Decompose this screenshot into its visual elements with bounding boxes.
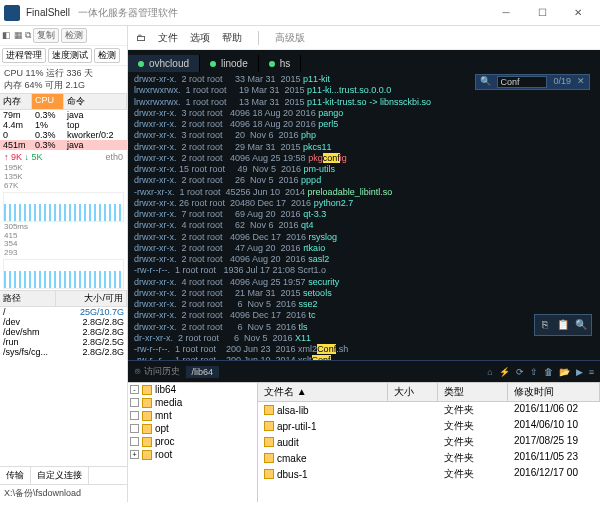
tree-node[interactable]: mnt bbox=[128, 409, 257, 422]
terminal-tabs: ovhcloud linode hs bbox=[128, 50, 600, 72]
file-row[interactable]: audit文件夹2017/08/25 19 bbox=[258, 434, 600, 450]
minimize-button[interactable]: ─ bbox=[488, 2, 524, 24]
folder-icon bbox=[142, 437, 152, 447]
ls-line: drwxr-xr-x. 15 root root 49 Nov 5 2016 p… bbox=[134, 164, 594, 175]
app-logo bbox=[4, 5, 20, 21]
ls-line: dr-xr-xr-x. 2 root root 6 Nov 5 2016 X11 bbox=[134, 333, 594, 344]
copy-button[interactable]: 复制 bbox=[33, 28, 59, 43]
folder-icon bbox=[264, 405, 274, 415]
find-count: 0/19 bbox=[553, 76, 571, 87]
tab-linode[interactable]: linode bbox=[200, 55, 259, 72]
ls-line: drwxr-xr-x. 2 root root 6 Nov 5 2016 tls bbox=[134, 322, 594, 333]
ls-line: drwxr-xr-x. 2 root root 4096 Aug 20 2016… bbox=[134, 254, 594, 265]
disk-row[interactable]: /dev/shm2.8G/2.8G bbox=[0, 327, 127, 337]
refresh-icon[interactable]: ⟳ bbox=[516, 367, 524, 377]
folder-icon bbox=[142, 411, 152, 421]
tab-ovhcloud[interactable]: ovhcloud bbox=[128, 55, 200, 72]
ls-line: -rw-r--r--. 1 root root 200 Jun 10 2014 … bbox=[134, 355, 594, 360]
folder-icon[interactable]: 🗀 bbox=[136, 32, 146, 43]
col-mem[interactable]: 内存 bbox=[0, 94, 32, 109]
disk-row[interactable]: /dev2.8G/2.8G bbox=[0, 317, 127, 327]
menu-icon[interactable]: ≡ bbox=[589, 367, 594, 377]
disk-row[interactable]: /sys/fs/cg...2.8G/2.8G bbox=[0, 347, 127, 357]
tree-node[interactable]: media bbox=[128, 396, 257, 409]
tab-process[interactable]: 进程管理 bbox=[2, 48, 46, 63]
app-subtitle: 一体化服务器管理软件 bbox=[78, 6, 488, 20]
ls-line: -rw-r--r--. 1 root root 1936 Jul 17 21:0… bbox=[134, 265, 594, 276]
file-row[interactable]: alsa-lib文件夹2016/11/06 02 bbox=[258, 402, 600, 418]
history-button[interactable]: ⊙ 访问历史 bbox=[134, 365, 180, 378]
folder-icon bbox=[142, 424, 152, 434]
col-cpu[interactable]: CPU bbox=[32, 94, 64, 109]
ls-line: drwxr-xr-x. 2 root root 29 Mar 31 2015 p… bbox=[134, 142, 594, 153]
proc-row[interactable]: 00.3%kworker/0:2 bbox=[0, 130, 127, 140]
close-button[interactable]: ✕ bbox=[560, 2, 596, 24]
folder-icon bbox=[142, 385, 152, 395]
upload-icon[interactable]: ⇧ bbox=[530, 367, 538, 377]
folder-icon bbox=[142, 450, 152, 460]
terminal-actions: ⎘ 📋 🔍 bbox=[534, 314, 592, 336]
menu-file[interactable]: 文件 bbox=[158, 31, 178, 45]
ls-line: drwxr-xr-x. 2 root root 4096 Dec 17 2016… bbox=[134, 232, 594, 243]
bolt-icon[interactable]: ⚡ bbox=[499, 367, 510, 377]
tab-detect[interactable]: 检测 bbox=[94, 48, 120, 63]
find-close-icon[interactable]: ✕ bbox=[577, 76, 585, 87]
proc-row[interactable]: 79m0.3%java bbox=[0, 110, 127, 120]
col-cmd[interactable]: 命令 bbox=[64, 94, 127, 109]
ls-line: drwxr-xr-x. 4 root root 62 Nov 6 2016 qt… bbox=[134, 220, 594, 231]
copy-icon[interactable]: ⎘ bbox=[537, 317, 553, 333]
remote-path[interactable]: /lib64 bbox=[186, 366, 220, 378]
tree-node[interactable]: +root bbox=[128, 448, 257, 461]
menu-option[interactable]: 选项 bbox=[190, 31, 210, 45]
maximize-button[interactable]: ☐ bbox=[524, 2, 560, 24]
find-input[interactable] bbox=[497, 76, 547, 88]
cpu-stat: CPU 11% 运行 336 天 bbox=[4, 68, 123, 80]
file-list[interactable]: 文件名 ▲ 大小 类型 修改时间 alsa-lib文件夹2016/11/06 0… bbox=[258, 383, 600, 502]
file-row[interactable]: dbus-1文件夹2016/12/17 00 bbox=[258, 466, 600, 482]
tree-node[interactable]: opt bbox=[128, 422, 257, 435]
net-chart bbox=[3, 192, 124, 222]
disk-row[interactable]: /run2.8G/2.5G bbox=[0, 337, 127, 347]
play-icon[interactable]: ▶ bbox=[576, 367, 583, 377]
col-mtime[interactable]: 修改时间 bbox=[508, 383, 600, 401]
menubar: 🗀 文件 选项 帮助 高级版 bbox=[128, 26, 600, 50]
terminal-footer: ⊙ 访问历史 /lib64 ⌂ ⚡ ⟳ ⇧ 🗑 📂 ▶ ≡ bbox=[128, 360, 600, 382]
col-size[interactable]: 大小 bbox=[388, 383, 438, 401]
paste-icon[interactable]: 📋 bbox=[555, 317, 571, 333]
file-row[interactable]: cmake文件夹2016/11/05 23 bbox=[258, 450, 600, 466]
folder-icon bbox=[142, 398, 152, 408]
left-panel: ◧ ▦ ⧉ 复制 检测 进程管理 速度测试 检测 CPU 11% 运行 336 … bbox=[0, 26, 128, 502]
search-icon[interactable]: 🔍 bbox=[573, 317, 589, 333]
ls-line: drwxr-xr-x. 3 root root 20 Nov 6 2016 ph… bbox=[134, 130, 594, 141]
tree-node[interactable]: proc bbox=[128, 435, 257, 448]
proc-row[interactable]: 4.4m1%top bbox=[0, 120, 127, 130]
find-bar: 🔍 0/19 ✕ bbox=[475, 74, 590, 90]
menu-help[interactable]: 帮助 bbox=[222, 31, 242, 45]
open-icon[interactable]: 📂 bbox=[559, 367, 570, 377]
home-icon[interactable]: ⌂ bbox=[487, 367, 492, 377]
disk-row[interactable]: /25G/10.7G bbox=[0, 307, 127, 317]
folder-icon bbox=[264, 421, 274, 431]
tab-custom[interactable]: 自定义连接 bbox=[31, 467, 89, 484]
file-row[interactable]: apr-util-1文件夹2014/06/10 10 bbox=[258, 418, 600, 434]
latency-chart bbox=[3, 259, 124, 289]
tree-node[interactable]: -lib64 bbox=[128, 383, 257, 396]
trash-icon[interactable]: 🗑 bbox=[544, 367, 553, 377]
folder-tree[interactable]: -lib64 media mnt opt proc+root bbox=[128, 383, 258, 502]
col-filename[interactable]: 文件名 ▲ bbox=[258, 383, 388, 401]
detect-button[interactable]: 检测 bbox=[61, 28, 87, 43]
folder-icon bbox=[264, 469, 274, 479]
folder-icon bbox=[264, 437, 274, 447]
tab-transfer[interactable]: 传输 bbox=[0, 467, 31, 484]
tab-speed[interactable]: 速度测试 bbox=[48, 48, 92, 63]
icon-group[interactable]: ◧ ▦ ⧉ bbox=[2, 30, 31, 41]
tab-hs[interactable]: hs bbox=[259, 55, 302, 72]
col-type[interactable]: 类型 bbox=[438, 383, 508, 401]
ls-line: lrwxrwxrwx. 1 root root 13 Mar 31 2015 p… bbox=[134, 97, 594, 108]
ls-line: drwxr-xr-x. 2 root root 47 Aug 20 2016 r… bbox=[134, 243, 594, 254]
menu-pro[interactable]: 高级版 bbox=[275, 31, 305, 45]
terminal[interactable]: 🔍 0/19 ✕ drwxr-xr-x. 2 root root 33 Mar … bbox=[128, 72, 600, 360]
titlebar: FinalShell 一体化服务器管理软件 ─ ☐ ✕ bbox=[0, 0, 600, 26]
proc-row[interactable]: 451m0.3%java bbox=[0, 140, 127, 150]
net-up: ↑ 9K bbox=[4, 152, 22, 162]
